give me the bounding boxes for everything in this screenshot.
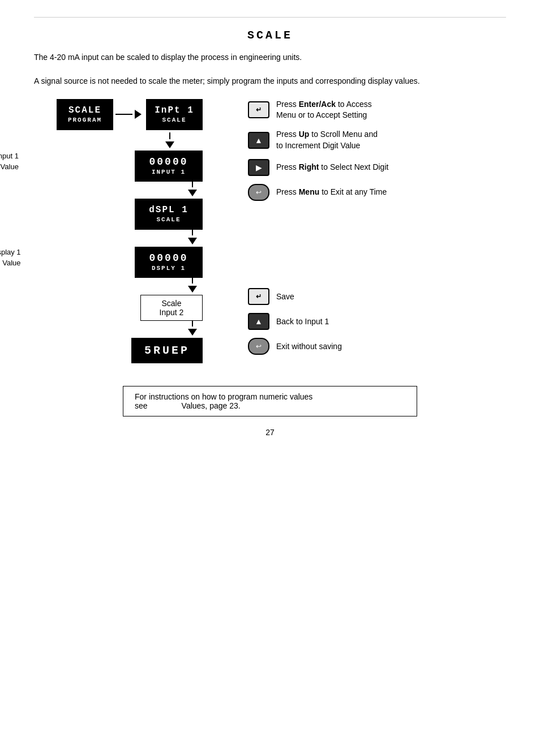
instruction-menu-text: Press Menu to Exit at any Time (276, 187, 387, 198)
arrow-down-3 (188, 238, 197, 244)
save-up-icon: ▲ (248, 313, 269, 330)
save-enter-icon: ↵ (248, 288, 269, 305)
arrow-down-5 (188, 329, 197, 336)
page-title: SCALE (34, 29, 506, 42)
info-line2: see Values, page 23. (135, 401, 405, 410)
instruction-right-text: Press Right to Select Next Digit (276, 162, 388, 173)
info-box: For instructions on how to program numer… (123, 386, 417, 416)
scale-program-bottom: PROGRAM (68, 117, 102, 123)
right-button-icon: ▶ (248, 159, 269, 176)
inpt1-box: InPt 1 SCALE (146, 99, 203, 130)
scale-program-top: SCALE (68, 105, 101, 115)
instruction-menu: ↩ Press Menu to Exit at any Time (248, 184, 388, 201)
scale-program-box: SCALE PROGRAM (57, 99, 113, 130)
instructions-section: ↵ Press Enter/Ack to AccessMenu or to Ac… (248, 99, 388, 209)
arrow-down-2 (188, 190, 197, 196)
scale-input2-box: Scale Input 2 (140, 295, 203, 321)
instruction-enter-text: Press Enter/Ack to AccessMenu or to Acce… (276, 99, 372, 121)
instruction-right: ▶ Press Right to Select Next Digit (248, 159, 388, 176)
top-divider (34, 17, 506, 18)
save-action-enter: ↵ Save (248, 288, 388, 305)
dspl1-box: dSPL 1 SCALE (135, 199, 203, 230)
main-diagram: SCALE PROGRAM InPt 1 SCALE Set (34, 99, 506, 363)
dsply1-bottom: DSPLY 1 (152, 265, 186, 272)
save-action-menu: ↩ Exit without saving (248, 338, 388, 355)
right-panel: ↵ Press Enter/Ack to AccessMenu or to Ac… (248, 99, 388, 363)
arrow-right-1 (135, 110, 142, 119)
save-box: 5RUEP (131, 338, 203, 363)
instruction-up-text: Press Up to Scroll Menu andto Increment … (276, 129, 378, 151)
save-menu-icon: ↩ (248, 338, 269, 355)
save-actions-section: ↵ Save ▲ Back to Input 1 ↩ Exit without … (248, 288, 388, 363)
set-input1-label: Set Input 1 Value (0, 151, 19, 173)
save-action-up-label: Back to Input 1 (276, 317, 329, 326)
input1-val-bottom: INPUT 1 (152, 169, 186, 175)
save-action-menu-label: Exit without saving (276, 342, 342, 351)
intro-text-2: A signal source is not needed to scale t… (34, 75, 506, 87)
intro-text-1: The 4-20 mA input can be scaled to displ… (34, 51, 506, 63)
save-action-enter-label: Save (276, 292, 294, 301)
dspl1-top: dSPL 1 (149, 205, 188, 215)
dsply1-top: 00000 (149, 252, 188, 264)
input1-val-top: 00000 (149, 156, 188, 167)
set-display1-label: Set Display 1 Value (0, 247, 21, 269)
arrow-down-1 (165, 141, 174, 148)
inpt1-top: InPt 1 (155, 105, 194, 115)
flow-column: SCALE PROGRAM InPt 1 SCALE Set (57, 99, 203, 363)
inpt1-bottom: SCALE (162, 117, 186, 123)
info-line1: For instructions on how to program numer… (135, 392, 405, 401)
arrow-down-4 (188, 286, 197, 293)
up-button-icon: ▲ (248, 132, 269, 149)
input1-val-box: 00000 INPUT 1 (135, 151, 203, 182)
save-action-up: ▲ Back to Input 1 (248, 313, 388, 330)
instruction-up: ▲ Press Up to Scroll Menu andto Incremen… (248, 129, 388, 151)
dspl1-bottom: SCALE (156, 216, 181, 223)
info-see: see (135, 401, 148, 410)
enter-button-icon: ↵ (248, 101, 269, 118)
page-number: 27 (34, 428, 506, 437)
info-values: Values, page 23. (182, 401, 241, 410)
menu-button-icon: ↩ (248, 184, 269, 201)
dsply1-box: 00000 DSPLY 1 (135, 247, 203, 278)
instruction-enter: ↵ Press Enter/Ack to AccessMenu or to Ac… (248, 99, 388, 121)
